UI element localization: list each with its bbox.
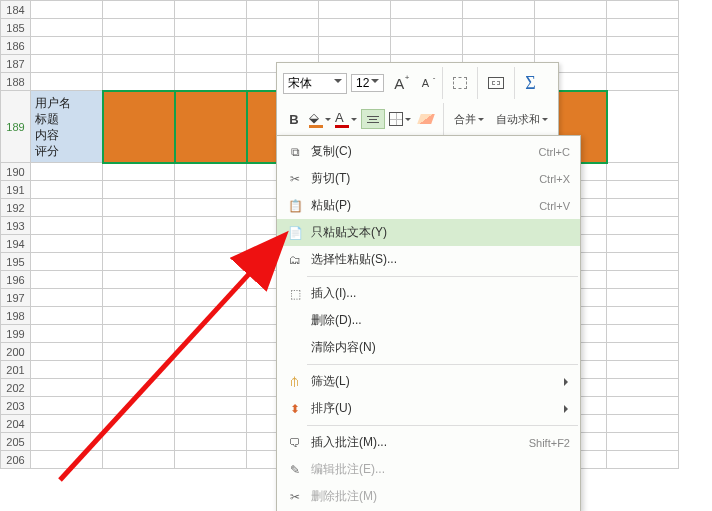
cell[interactable] — [175, 289, 247, 307]
row-header[interactable]: 206 — [1, 451, 31, 469]
cell[interactable] — [31, 379, 103, 397]
cell[interactable] — [607, 199, 679, 217]
cell[interactable] — [175, 433, 247, 451]
row-header[interactable]: 205 — [1, 433, 31, 451]
cell[interactable] — [31, 325, 103, 343]
row-header[interactable]: 194 — [1, 235, 31, 253]
menu-insert-comment[interactable]: 🗨 插入批注(M)... Shift+F2 — [277, 429, 580, 456]
cell[interactable] — [607, 181, 679, 199]
eraser-button[interactable] — [415, 109, 437, 129]
cell[interactable] — [319, 19, 391, 37]
cell[interactable] — [607, 55, 679, 73]
cell[interactable] — [607, 433, 679, 451]
row-header[interactable]: 204 — [1, 415, 31, 433]
align-button[interactable] — [361, 109, 385, 129]
active-cell-content[interactable]: 用户名标题内容评分 — [31, 91, 102, 162]
cell[interactable] — [103, 55, 175, 73]
cell[interactable] — [103, 37, 175, 55]
menu-copy[interactable]: ⧉ 复制(C) Ctrl+C — [277, 138, 580, 165]
row-header[interactable]: 200 — [1, 343, 31, 361]
font-color-button[interactable]: A — [335, 109, 357, 129]
cell[interactable] — [31, 433, 103, 451]
row-header[interactable]: 199 — [1, 325, 31, 343]
row-header[interactable]: 188 — [1, 73, 31, 91]
cell[interactable] — [103, 199, 175, 217]
cell[interactable] — [175, 325, 247, 343]
menu-insert[interactable]: ⬚ 插入(I)... — [277, 280, 580, 307]
row-header[interactable]: 196 — [1, 271, 31, 289]
menu-paste-text-only[interactable]: 📄 只粘贴文本(Y) — [277, 219, 580, 246]
increase-font-button[interactable]: A+ — [388, 73, 410, 93]
menu-filter[interactable]: ⫛ 筛选(L) — [277, 368, 580, 395]
cell[interactable] — [103, 217, 175, 235]
fill-color-button[interactable]: ⬙ — [309, 109, 331, 129]
cell[interactable] — [607, 217, 679, 235]
cell[interactable] — [535, 19, 607, 37]
cell[interactable] — [607, 379, 679, 397]
menu-paste-special[interactable]: 🗂 选择性粘贴(S)... — [277, 246, 580, 273]
cell[interactable] — [391, 1, 463, 19]
cell[interactable] — [607, 235, 679, 253]
cell[interactable] — [607, 325, 679, 343]
cell[interactable] — [607, 343, 679, 361]
cell[interactable] — [175, 253, 247, 271]
cell[interactable] — [607, 307, 679, 325]
cell[interactable] — [463, 19, 535, 37]
cell[interactable] — [175, 415, 247, 433]
cell[interactable] — [319, 1, 391, 19]
cell[interactable] — [607, 253, 679, 271]
cell[interactable] — [103, 253, 175, 271]
cell[interactable] — [31, 1, 103, 19]
row-header[interactable]: 197 — [1, 289, 31, 307]
row-header[interactable]: 192 — [1, 199, 31, 217]
row-header[interactable]: 198 — [1, 307, 31, 325]
cell[interactable] — [535, 1, 607, 19]
cell[interactable] — [175, 1, 247, 19]
row-header[interactable]: 203 — [1, 397, 31, 415]
cell[interactable] — [103, 73, 175, 91]
row-header[interactable]: 195 — [1, 253, 31, 271]
autosum-button[interactable]: Σ — [521, 73, 539, 93]
merge-label[interactable]: 合并 — [450, 109, 488, 129]
selected-cell[interactable] — [175, 91, 247, 163]
cell[interactable] — [103, 361, 175, 379]
cell[interactable] — [31, 253, 103, 271]
merge-cells-button[interactable] — [484, 73, 508, 93]
cell[interactable] — [31, 73, 103, 91]
cell[interactable] — [175, 343, 247, 361]
cell[interactable] — [463, 37, 535, 55]
bold-button[interactable]: B — [283, 109, 305, 129]
cell[interactable] — [607, 19, 679, 37]
row-header[interactable]: 191 — [1, 181, 31, 199]
cell[interactable] — [175, 361, 247, 379]
cell[interactable] — [31, 307, 103, 325]
cell[interactable] — [175, 19, 247, 37]
decrease-font-button[interactable]: A- — [414, 73, 436, 93]
cell[interactable] — [247, 1, 319, 19]
cell[interactable] — [607, 451, 679, 469]
cell[interactable] — [175, 235, 247, 253]
format-painter-button[interactable] — [449, 73, 471, 93]
cell[interactable] — [103, 289, 175, 307]
cell[interactable] — [607, 37, 679, 55]
row-header[interactable]: 193 — [1, 217, 31, 235]
autosum-label[interactable]: 自动求和 — [492, 109, 552, 129]
borders-button[interactable] — [389, 109, 411, 129]
cell[interactable] — [103, 1, 175, 19]
cell[interactable] — [31, 235, 103, 253]
cell[interactable] — [175, 181, 247, 199]
cell[interactable] — [31, 199, 103, 217]
cell[interactable] — [175, 37, 247, 55]
cell[interactable] — [535, 37, 607, 55]
cell[interactable] — [103, 397, 175, 415]
cell[interactable] — [247, 19, 319, 37]
cell[interactable] — [607, 361, 679, 379]
cell[interactable] — [175, 73, 247, 91]
cell[interactable] — [31, 361, 103, 379]
cell[interactable] — [31, 415, 103, 433]
cell[interactable] — [31, 397, 103, 415]
cell[interactable] — [31, 55, 103, 73]
cell[interactable] — [175, 397, 247, 415]
cell[interactable] — [31, 289, 103, 307]
menu-clear-contents[interactable]: 清除内容(N) — [277, 334, 580, 361]
